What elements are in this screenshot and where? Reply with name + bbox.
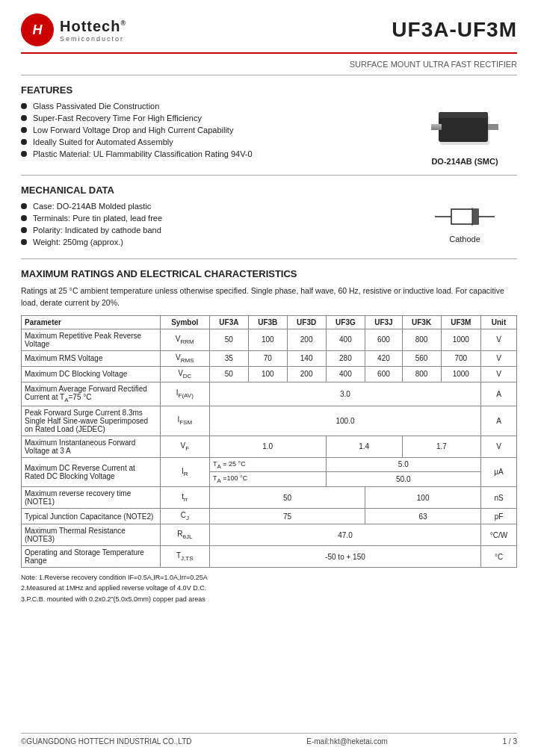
param-cell: Maximum Average Forward Rectified Curren… bbox=[22, 382, 161, 406]
footer: ©GUANGDONG HOTTECH INDUSTRIAL CO.,LTD E-… bbox=[21, 733, 517, 746]
symbol-cell: IR bbox=[160, 457, 209, 487]
bullet-icon bbox=[21, 215, 27, 221]
unit-cell: pF bbox=[481, 509, 517, 524]
val-cell: 1000 bbox=[441, 329, 481, 350]
param-cell: Maximum Repetitive Peak Reverse Voltage bbox=[22, 329, 161, 350]
svg-rect-5 bbox=[488, 124, 498, 130]
val-cell: 400 bbox=[326, 329, 365, 350]
val-cell: 1000 bbox=[441, 366, 481, 382]
unit-cell: V bbox=[481, 436, 517, 457]
logo-area: H Hottech® Semiconductor bbox=[21, 13, 126, 46]
diode-schematic bbox=[435, 202, 495, 232]
list-item: Terminals: Pure tin plated, lead free bbox=[21, 214, 401, 223]
divider bbox=[21, 175, 517, 176]
val-cell: 420 bbox=[365, 350, 402, 366]
table-row: Peak Forward Surge Current 8.3ms Single … bbox=[22, 406, 517, 436]
table-row: Maximum Thermal Resistance (NOTE3) RθJL … bbox=[22, 524, 517, 546]
val-cell: 280 bbox=[326, 350, 365, 366]
val-cell: 50.0 bbox=[326, 472, 480, 487]
package-label: DO-214AB (SMC) bbox=[431, 157, 498, 166]
package-image: DO-214AB (SMC) bbox=[412, 102, 517, 166]
col-uf3d: UF3D bbox=[287, 315, 326, 329]
mechanical-title: MECHANICAL DATA bbox=[21, 185, 517, 196]
val-cell: 600 bbox=[365, 329, 402, 350]
table-row: Typical Junction Capacitance (NOTE2) CJ … bbox=[22, 509, 517, 524]
ratings-title: MAXIMUM RATINGS AND ELECTRICAL CHARACTER… bbox=[21, 268, 517, 279]
param-cell: Maximum Instantaneous Forward Voltage at… bbox=[22, 436, 161, 457]
footer-company: ©GUANGDONG HOTTECH INDUSTRIAL CO.,LTD bbox=[21, 737, 192, 746]
merged-val-cell: 3.0 bbox=[209, 382, 480, 406]
col-uf3j: UF3J bbox=[365, 315, 402, 329]
symbol-cell: IF(AV) bbox=[160, 382, 209, 406]
val-cell: 800 bbox=[402, 366, 441, 382]
bullet-icon bbox=[21, 139, 27, 145]
val-cell: 140 bbox=[287, 350, 326, 366]
list-item: Case: DO-214AB Molded plastic bbox=[21, 202, 401, 211]
symbol-cell: RθJL bbox=[160, 524, 209, 546]
table-row: Maximum RMS Voltage VRMS 35 70 140 280 4… bbox=[22, 350, 517, 366]
ratings-table: Parameter Symbol UF3A UF3B UF3D UF3G UF3… bbox=[21, 315, 517, 568]
param-cell: Typical Junction Capacitance (NOTE2) bbox=[22, 509, 161, 524]
val-cell: 800 bbox=[402, 329, 441, 350]
param-cell: Maximum reverse recovery time (NOTE1) bbox=[22, 487, 161, 509]
val-cell: 50 bbox=[209, 366, 248, 382]
val-group2: 63 bbox=[365, 509, 481, 524]
param-cell: Operating and Storage Temperature Range bbox=[22, 546, 161, 568]
bullet-icon bbox=[21, 127, 27, 133]
unit-cell: nS bbox=[481, 487, 517, 509]
val-group1: 50 bbox=[209, 487, 365, 509]
footer-page: 1 / 3 bbox=[503, 737, 517, 746]
list-item: Plastic Material: UL Flammability Classi… bbox=[21, 149, 401, 158]
val-group2: 1.4 bbox=[326, 436, 402, 457]
brand-name: Hottech® bbox=[60, 18, 126, 35]
bullet-icon bbox=[21, 227, 27, 233]
part-number: UF3A-UF3M bbox=[392, 18, 517, 42]
val-group2: 100 bbox=[365, 487, 481, 509]
unit-cell: °C bbox=[481, 546, 517, 568]
val-group1: 1.0 bbox=[209, 436, 326, 457]
list-item: Glass Passivated Die Construction bbox=[21, 102, 401, 111]
val-group1: 75 bbox=[209, 509, 365, 524]
symbol-cell: VRRM bbox=[160, 329, 209, 350]
param-cell: Maximum DC Reverse Current at Rated DC B… bbox=[22, 457, 161, 487]
header: H Hottech® Semiconductor UF3A-UF3M bbox=[21, 13, 517, 54]
table-header-row: Parameter Symbol UF3A UF3B UF3D UF3G UF3… bbox=[22, 315, 517, 329]
table-row: Maximum reverse recovery time (NOTE1) tr… bbox=[22, 487, 517, 509]
features-layout: Glass Passivated Die Construction Super-… bbox=[21, 102, 517, 166]
param-cell: Maximum DC Blocking Voltage bbox=[22, 366, 161, 382]
table-row: Maximum DC Blocking Voltage VDC 50 100 2… bbox=[22, 366, 517, 382]
unit-cell: μA bbox=[481, 457, 517, 487]
note-3: 3.P.C.B. mounted with 0.2x0.2"(5.0x5.0mm… bbox=[21, 594, 517, 604]
logo-icon: H bbox=[21, 13, 54, 46]
merged-val-cell: -50 to + 150 bbox=[209, 546, 480, 568]
bullet-icon bbox=[21, 239, 27, 245]
symbol-cell: CJ bbox=[160, 509, 209, 524]
divider-2 bbox=[21, 258, 517, 259]
list-item: Polarity: Indicated by cathode band bbox=[21, 226, 401, 235]
val-cell: 560 bbox=[402, 350, 441, 366]
table-row: Maximum Repetitive Peak Reverse Voltage … bbox=[22, 329, 517, 350]
symbol-cell: IFSM bbox=[160, 406, 209, 436]
val-cell: 35 bbox=[209, 350, 248, 366]
note-2: 2.Measured at 1MHz and applied reverse v… bbox=[21, 583, 517, 593]
symbol-cell: TJ,TS bbox=[160, 546, 209, 568]
bullet-icon bbox=[21, 115, 27, 121]
bullet-icon bbox=[21, 151, 27, 157]
logo-subtitle: Semiconductor bbox=[60, 35, 126, 43]
col-uf3k: UF3K bbox=[402, 315, 441, 329]
list-item: Ideally Suited for Automated Assembly bbox=[21, 137, 401, 146]
features-list: Glass Passivated Die Construction Super-… bbox=[21, 102, 401, 161]
unit-cell: V bbox=[481, 329, 517, 350]
table-row: Maximum DC Reverse Current at Rated DC B… bbox=[22, 457, 517, 472]
list-item: Super-Fast Recovery Time For High Effici… bbox=[21, 114, 401, 123]
table-row: Maximum Average Forward Rectified Curren… bbox=[22, 382, 517, 406]
symbol-cell: trr bbox=[160, 487, 209, 509]
val-cell: 600 bbox=[365, 366, 402, 382]
note-1: Note: 1.Reverse recovery condition IF=0.… bbox=[21, 572, 517, 583]
val-cell: 100 bbox=[248, 329, 287, 350]
diode-image: Cathode bbox=[412, 202, 517, 244]
bullet-icon bbox=[21, 103, 27, 109]
smc-package-drawing bbox=[431, 102, 498, 154]
val-cell: 50 bbox=[209, 329, 248, 350]
merged-val-cell: 47.0 bbox=[209, 524, 480, 546]
